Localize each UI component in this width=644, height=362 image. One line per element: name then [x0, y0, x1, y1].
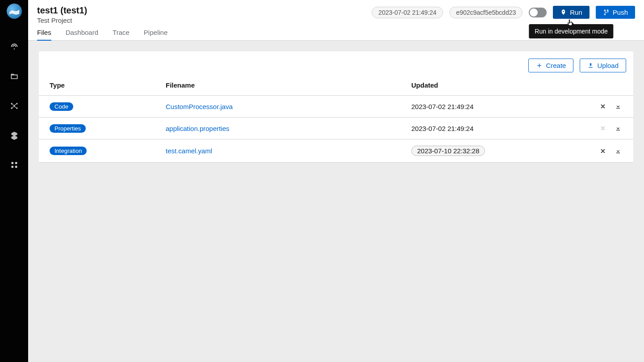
sidebar — [0, 0, 28, 362]
run-button-label: Run — [570, 8, 582, 16]
topology-icon[interactable] — [9, 101, 19, 111]
svg-point-4 — [16, 107, 17, 109]
timestamp-pill: 2023-07-02 21:49:24 — [372, 7, 443, 18]
containers-icon[interactable] — [9, 130, 19, 140]
services-icon[interactable] — [9, 160, 19, 170]
download-icon[interactable] — [614, 102, 623, 111]
col-header-actions — [566, 75, 633, 96]
run-tooltip: Run in development mode — [529, 24, 613, 38]
download-icon[interactable] — [614, 147, 623, 156]
dev-mode-toggle[interactable] — [529, 8, 547, 17]
table-row: Propertiesapplication.properties2023-07-… — [39, 118, 633, 139]
col-header-updated: Updated — [401, 75, 566, 96]
header: test1 (test1) Test Project 2023-07-02 21… — [28, 0, 644, 24]
table-row: Integrationtest.camel.yaml2023-07-10 22:… — [39, 139, 633, 163]
create-button-label: Create — [546, 62, 566, 69]
push-button-label: Push — [613, 8, 628, 16]
upload-button-label: Upload — [597, 62, 619, 69]
upload-icon — [587, 62, 594, 69]
filename-link[interactable]: test.camel.yaml — [166, 147, 212, 155]
delete-icon — [598, 124, 607, 133]
svg-point-2 — [16, 103, 17, 104]
plus-icon — [536, 62, 543, 69]
type-badge: Integration — [50, 147, 87, 155]
run-button[interactable]: Run — [553, 6, 590, 19]
table-row: CodeCustomProcessor.java2023-07-02 21:49… — [39, 96, 633, 118]
col-header-filename: Filename — [155, 75, 401, 96]
updated-timestamp: 2023-07-02 21:49:24 — [401, 118, 566, 139]
type-badge: Code — [50, 102, 73, 111]
tab-trace[interactable]: Trace — [113, 24, 130, 41]
type-badge: Properties — [50, 124, 86, 133]
dashboard-icon[interactable] — [9, 42, 19, 52]
tab-pipeline[interactable]: Pipeline — [144, 24, 167, 41]
files-table: Type Filename Updated CodeCustomProcesso… — [39, 75, 633, 163]
download-icon[interactable] — [614, 124, 623, 133]
updated-timestamp: 2023-07-10 22:32:28 — [411, 146, 485, 156]
main-area: test1 (test1) Test Project 2023-07-02 21… — [28, 0, 644, 362]
updated-timestamp: 2023-07-02 21:49:24 — [401, 96, 566, 118]
delete-icon[interactable] — [598, 102, 607, 111]
upload-button[interactable]: Upload — [580, 59, 626, 72]
filename-link[interactable]: CustomProcessor.java — [166, 103, 233, 110]
tab-files[interactable]: Files — [37, 24, 51, 41]
push-button[interactable]: Push — [596, 6, 635, 19]
rocket-icon — [560, 9, 567, 16]
project-title: test1 (test1) — [37, 5, 87, 16]
toggle-knob — [530, 8, 538, 17]
project-subtitle: Test Project — [37, 17, 87, 24]
col-header-type: Type — [39, 75, 155, 96]
create-button[interactable]: Create — [528, 59, 573, 72]
panel-actions-bar: Create Upload — [39, 51, 633, 75]
tab-dashboard[interactable]: Dashboard — [66, 24, 98, 41]
commit-hash-pill: e902c9acf5e5bcdd23 — [449, 7, 523, 18]
filename-link[interactable]: application.properties — [166, 125, 230, 132]
delete-icon[interactable] — [598, 147, 607, 156]
app-logo[interactable] — [7, 4, 22, 19]
content-area: Create Upload Type Filename Updated Code… — [28, 41, 644, 362]
projects-icon[interactable] — [9, 72, 19, 81]
git-push-icon — [603, 9, 610, 16]
